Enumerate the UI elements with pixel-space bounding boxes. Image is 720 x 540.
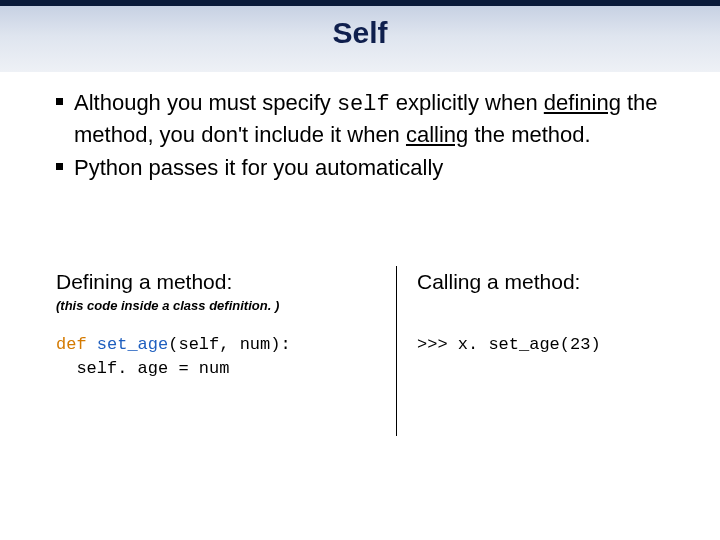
title-band: Self [0,0,720,72]
code-keyword: def [56,335,87,354]
column-calling: Calling a method: >>> x. set_age(23) [397,270,672,436]
column-heading: Calling a method: [417,270,672,294]
code-text: self. age = num [56,359,229,378]
code-text: (self, num): [168,335,290,354]
underlined-word: calling [406,122,468,147]
code-block: def set_age(self, num): self. age = num [56,333,376,381]
slide: Self Although you must specify self expl… [0,0,720,540]
bullet-item: Although you must specify self explicitl… [56,88,672,149]
underlined-word: defining [544,90,621,115]
code-function-name: set_age [87,335,169,354]
inline-code: self [337,92,390,117]
slide-title: Self [0,0,720,50]
columns: Defining a method: (this code inside a c… [56,270,672,436]
bullet-list: Although you must specify self explicitl… [56,88,672,183]
column-heading: Defining a method: [56,270,376,294]
column-note-spacer [417,298,672,313]
column-defining: Defining a method: (this code inside a c… [56,270,396,436]
column-note: (this code inside a class definition. ) [56,298,376,313]
code-block: >>> x. set_age(23) [417,333,672,357]
bullet-text: Python passes it for you automatically [74,155,443,180]
bullet-item: Python passes it for you automatically [56,153,672,183]
content-area: Although you must specify self explicitl… [56,88,672,187]
bullet-text: the method. [468,122,590,147]
bullet-text: explicitly when [390,90,544,115]
bullet-text: Although you must specify [74,90,337,115]
code-text: >>> x. set_age(23) [417,335,601,354]
